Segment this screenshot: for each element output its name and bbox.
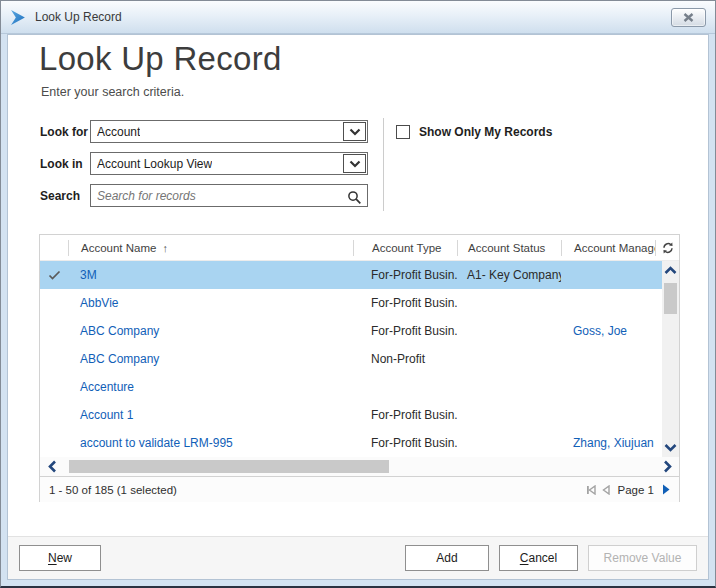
close-button[interactable]: [671, 8, 706, 27]
table-row[interactable]: Accenture: [40, 373, 662, 401]
look-in-select[interactable]: Account Lookup View: [90, 152, 368, 175]
grid-rows: 3M For-Profit Busin... A1- Key Company A…: [40, 261, 662, 457]
account-manager-link[interactable]: Zhang, Xiujuan: [561, 435, 655, 451]
table-row[interactable]: ABC Company Non-Profit: [40, 345, 662, 373]
account-status-cell: [457, 435, 561, 451]
account-manager-link[interactable]: [561, 351, 655, 367]
look-in-dropdown-button[interactable]: [343, 154, 366, 173]
account-name-link[interactable]: AbbVie: [68, 295, 353, 311]
window-titlebar: Look Up Record: [1, 1, 715, 34]
account-status-cell: [457, 323, 561, 339]
chevron-up-icon: [664, 266, 677, 275]
account-name-link[interactable]: Account 1: [68, 407, 353, 423]
look-for-label: Look for: [40, 125, 90, 139]
add-button[interactable]: Add: [405, 545, 489, 571]
search-label: Search: [40, 189, 90, 203]
page-title: Look Up Record: [39, 40, 282, 78]
account-type-cell: For-Profit Busin...: [353, 407, 457, 423]
pager: Page 1: [586, 484, 670, 496]
account-status-cell: A1- Key Company: [457, 267, 561, 283]
horizontal-scroll-track[interactable]: [64, 457, 655, 476]
previous-page-icon: [602, 485, 610, 495]
column-header-account-status[interactable]: Account Status: [457, 240, 561, 256]
chevron-down-icon: [664, 443, 677, 452]
dynamics-crm-icon: [10, 9, 27, 26]
table-row[interactable]: ABC Company For-Profit Busin... Goss, Jo…: [40, 317, 662, 345]
vertical-scroll-thumb[interactable]: [664, 283, 677, 314]
account-manager-link[interactable]: [561, 407, 655, 423]
show-only-my-records-checkbox[interactable]: [396, 125, 410, 139]
search-input[interactable]: [97, 185, 341, 206]
column-header-account-manager[interactable]: Account Manager: [561, 240, 655, 256]
account-name-link[interactable]: Accenture: [68, 379, 353, 395]
dialog-content: Look Up Record Enter your search criteri…: [7, 34, 709, 580]
account-type-cell: For-Profit Busin...: [353, 267, 457, 283]
look-for-select[interactable]: Account: [90, 120, 368, 143]
account-name-link[interactable]: 3M: [68, 267, 353, 283]
refresh-button[interactable]: [655, 240, 679, 256]
scroll-right-button[interactable]: [655, 460, 679, 473]
show-only-my-records-label: Show Only My Records: [419, 125, 552, 139]
account-status-cell: [457, 407, 561, 423]
search-button[interactable]: [345, 188, 363, 206]
sort-ascending-icon: ↑: [162, 242, 168, 254]
remove-value-button: Remove Value: [588, 545, 697, 571]
account-manager-link[interactable]: Goss, Joe: [561, 323, 655, 339]
scroll-down-button[interactable]: [662, 440, 679, 455]
previous-page-button[interactable]: [602, 485, 610, 495]
account-name-link[interactable]: ABC Company: [68, 323, 353, 339]
look-in-label: Look in: [40, 157, 90, 171]
chevron-down-icon: [349, 160, 361, 168]
account-type-cell: [353, 379, 457, 395]
look-in-value: Account Lookup View: [97, 157, 212, 171]
horizontal-scrollbar[interactable]: [40, 457, 679, 476]
window-title: Look Up Record: [35, 10, 122, 24]
chevron-down-icon: [349, 128, 361, 136]
account-name-link[interactable]: account to validate LRM-995: [68, 435, 353, 451]
record-count: 1 - 50 of 185 (1 selected): [49, 484, 177, 496]
account-manager-link[interactable]: [561, 295, 655, 311]
account-status-cell: [457, 379, 561, 395]
look-for-dropdown-button[interactable]: [343, 122, 366, 141]
chevron-left-icon: [48, 460, 57, 473]
account-manager-link[interactable]: [561, 267, 655, 283]
table-row[interactable]: Account 1 For-Profit Busin...: [40, 401, 662, 429]
close-icon: [683, 13, 694, 22]
select-column-header: [40, 240, 68, 256]
chevron-right-icon: [663, 460, 672, 473]
new-button[interactable]: New: [19, 545, 101, 571]
page-number-label: Page 1: [618, 484, 654, 496]
column-header-account-type[interactable]: Account Type: [353, 240, 457, 256]
account-name-link[interactable]: ABC Company: [68, 351, 353, 367]
account-status-cell: [457, 295, 561, 311]
cancel-button[interactable]: Cancel: [499, 545, 578, 571]
refresh-icon: [661, 241, 675, 255]
search-icon: [347, 190, 362, 205]
account-type-cell: For-Profit Busin...: [353, 435, 457, 451]
account-type-cell: Non-Profit: [353, 351, 457, 367]
vertical-scrollbar[interactable]: [662, 261, 679, 457]
next-page-button[interactable]: [662, 484, 670, 495]
next-page-icon: [662, 484, 670, 495]
table-row[interactable]: 3M For-Profit Busin... A1- Key Company: [40, 261, 662, 289]
records-grid: Account Name↑ Account Type Account Statu…: [39, 234, 680, 502]
row-selected-check-icon: [40, 267, 68, 283]
table-row[interactable]: account to validate LRM-995 For-Profit B…: [40, 429, 662, 457]
dialog-footer: New Add Cancel Remove Value: [8, 536, 708, 579]
account-manager-link[interactable]: [561, 379, 655, 395]
grid-header: Account Name↑ Account Type Account Statu…: [40, 235, 679, 261]
account-type-cell: For-Profit Busin...: [353, 295, 457, 311]
horizontal-scroll-thumb[interactable]: [69, 460, 389, 473]
scroll-up-button[interactable]: [662, 263, 679, 278]
lookup-record-dialog: Look Up Record Look Up Record Enter your…: [0, 0, 716, 588]
account-status-cell: [457, 351, 561, 367]
scroll-left-button[interactable]: [40, 460, 64, 473]
form-divider: [383, 118, 384, 211]
grid-status-bar: 1 - 50 of 185 (1 selected) Page 1: [40, 476, 679, 502]
first-page-icon: [586, 485, 596, 495]
first-page-button[interactable]: [586, 485, 596, 495]
look-for-value: Account: [97, 125, 140, 139]
table-row[interactable]: AbbVie For-Profit Busin...: [40, 289, 662, 317]
column-header-account-name[interactable]: Account Name↑: [68, 240, 353, 256]
page-subtitle: Enter your search criteria.: [41, 85, 184, 99]
